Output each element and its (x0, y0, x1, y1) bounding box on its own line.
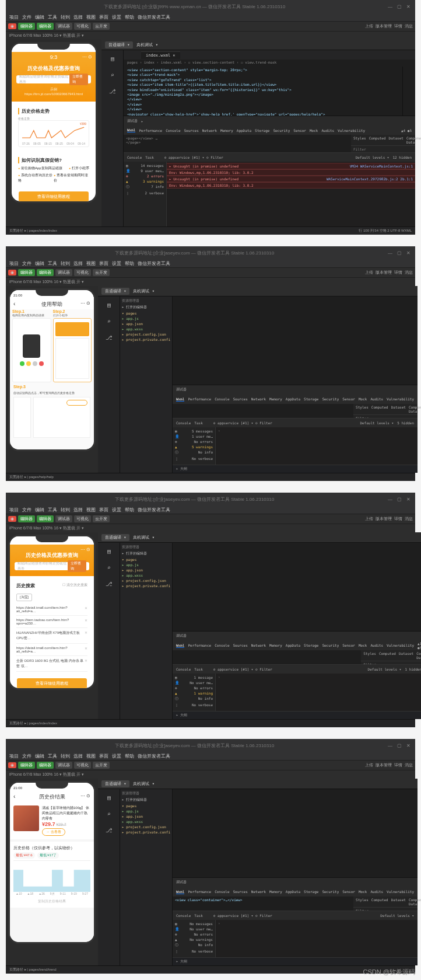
history-item[interactable]: https://detail.tmall.com/item.htm?ali_re… (16, 644, 87, 656)
devtools-tab[interactable]: Console (166, 128, 180, 132)
toolbar-button[interactable]: 调试器 (55, 23, 72, 30)
file-explorer[interactable]: 资源管理器 ▸ 打开的编辑器 ▾ pages ▸ app.js ▸ app.js… (120, 297, 173, 473)
phone-time: 9:3 (50, 54, 58, 60)
toolbar-button[interactable]: 消息 (405, 23, 413, 29)
tag[interactable]: [淘宝] (16, 594, 32, 601)
devtools-tab[interactable]: Memory (220, 128, 233, 132)
device-bar[interactable]: iPhone 6/7/8 Max 100% 16 ▾ 热重载 开 ▾ (6, 32, 415, 40)
search-input[interactable]: 粘贴商品链接查询价格走势或优惠券立即查询 (15, 562, 89, 570)
menu-item[interactable]: 视图 (86, 14, 96, 20)
search-icon[interactable]: ⌕ (101, 67, 124, 83)
menubar: 项目 文件 编辑 工具 转到 选择 视图 界面 设置 帮助 微信开发者工具 (6, 13, 415, 21)
watermark: CSDN @软希源码 (363, 968, 415, 976)
devtools-tab[interactable]: Vulnerability (338, 128, 365, 132)
toolbar-button[interactable]: 可视化 (74, 23, 91, 30)
code-editor[interactable]: <view class="section-content" style="mar… (124, 67, 402, 116)
phone-titlebar: 9:3 ⋯ ⊙ (12, 52, 96, 61)
toolbar-button[interactable]: 云开发 (93, 23, 110, 30)
menu-item[interactable]: 帮助 (125, 14, 134, 20)
devtools-tab[interactable]: Security (273, 128, 290, 132)
menu-item[interactable]: 项目 (9, 14, 19, 20)
maximize-icon[interactable]: ▢ (397, 4, 402, 9)
devtools-menu-icon[interactable]: 调试器 (127, 118, 138, 124)
devtools-tab[interactable]: Wxml (127, 128, 135, 132)
devtools-tab[interactable]: Storage (255, 128, 269, 132)
menu-item[interactable]: 转到 (61, 14, 70, 20)
capsule-button-icon[interactable]: ⋯ ⊙ (80, 793, 90, 798)
devtools-tab[interactable]: AppData (237, 128, 251, 132)
editor: 普通编译 ▾ 真机调试 ▾ ▤ ⌕ ⎇ index.wxml × pages ›… (101, 40, 415, 226)
view-product-button[interactable]: → 去看看 (42, 828, 65, 836)
menu-item[interactable]: 文件 (22, 14, 31, 20)
search-input[interactable]: 粘贴商品链接查询价格走势或优惠券 立即查询 (16, 75, 91, 83)
delete-icon[interactable]: ✕ (85, 606, 87, 613)
breadcrumb[interactable]: pages › index › index.wxml › ☐ view.sect… (124, 60, 415, 67)
elements-pane[interactable]: <view class="container">…</view> (173, 897, 353, 911)
page-path: 页面路径 ▸ | pages/index/index (9, 228, 57, 233)
console-sidebar[interactable]: ▤14 messages 👤9 user mes… ⊗2 errors ▲3 w… (124, 162, 167, 226)
price-area-chart: ▲10▲18▲269月9-119-199-27 (13, 860, 90, 895)
window-controls[interactable]: — ▢ ✕ (383, 4, 415, 9)
devtools-tab[interactable]: Performance (139, 128, 162, 132)
compile-select[interactable]: 普通编译 ▾ (105, 41, 133, 48)
history-item[interactable]: https://item.taobao.com/item.htm?spm=a23… (16, 616, 87, 628)
capsule-button-icon[interactable]: ⋯ ⊙ (82, 54, 92, 60)
search-button[interactable]: 立即查询 (68, 560, 86, 572)
editor-tab[interactable]: index.wxml × (141, 51, 180, 59)
toolbar-button[interactable]: 编辑器 (18, 23, 35, 30)
minimap[interactable] (402, 67, 415, 116)
file-explorer[interactable]: 资源管理器▸ 打开的编辑器 ▾ pages ▸ app.js ▸ app.jso… (120, 789, 173, 965)
devtools-tab[interactable]: Sources (184, 128, 199, 132)
back-icon[interactable]: ‹ (13, 301, 15, 307)
console-tab[interactable]: Console (127, 155, 142, 159)
devtools: 调试器▸ Wxml Performance Console Sources Ne… (124, 116, 415, 226)
menu-item[interactable]: 选择 (73, 14, 83, 20)
toolbar-button[interactable]: 上传 (365, 23, 373, 29)
search-button[interactable]: 立即查询 (69, 74, 88, 85)
toolbar-button[interactable]: 详情 (394, 23, 402, 29)
files-icon[interactable]: ▤ (101, 50, 124, 67)
toolbar-button[interactable]: 编辑器 (37, 23, 54, 30)
menu-item[interactable]: 设置 (112, 14, 121, 20)
elements-pane[interactable]: <page></view> …</page> (124, 135, 351, 152)
badge-current: 最低:¥17了 (37, 852, 59, 859)
console-output[interactable]: ▸ Uncaught (in promise) undefined VM34 W… (167, 162, 415, 226)
screenshot-2: 下载更多源码地址:[企业]aseyev.com — 微信开发者工具 Stable… (6, 246, 415, 481)
history-item[interactable]: 全新 DDR3 1600 8G 台式机 电脑 内存条 单套 双…✕ (16, 656, 87, 672)
titlebar: 下载更多源码地址:[企业版]99% www.xpman.cn — 微信开发者工具… (6, 0, 415, 13)
back-icon[interactable]: ‹ (13, 793, 15, 800)
history-item[interactable]: https://detail.tmall.com/item.htm?ali_re… (16, 604, 87, 616)
tutorial-button[interactable]: 查看详细使用教程 (17, 678, 87, 688)
placeholder: 粘贴商品链接查询价格走势或优惠券 (19, 74, 69, 85)
capsule-button-icon[interactable]: ⋯ ⊙ (80, 547, 90, 552)
search-icon[interactable]: ⌕ (98, 313, 120, 329)
file-explorer[interactable]: 资源管理器▸ 打开的编辑器 ▾ pages ▸ app.js ▸ app.jso… (120, 543, 173, 719)
toolbar-button[interactable]: 版本管理 (376, 23, 392, 29)
menu-item[interactable]: 编辑 (35, 14, 44, 20)
clear-history[interactable]: ☐ 清空历史搜索 (62, 583, 87, 591)
hero: 历史价格及优惠券查询 粘贴商品链接查询价格走势或优惠券 立即查询 示例https… (12, 61, 96, 102)
toolbar: ◉ 编辑器 编辑器 调试器 可视化 云开发 上传 版本管理 详情 消息 (6, 21, 415, 32)
close-icon[interactable]: ✕ (406, 4, 411, 9)
menu-item[interactable]: 工具 (48, 14, 57, 20)
git-icon[interactable]: ⎇ (101, 83, 124, 99)
devtools-tab[interactable]: Network (202, 128, 217, 132)
avatar-icon[interactable]: ◉ (8, 270, 16, 275)
menu-item[interactable]: 微信开发者工具 (138, 14, 170, 20)
git-icon[interactable]: ⎇ (98, 329, 120, 346)
menu-item[interactable]: 界面 (99, 14, 108, 20)
minimize-icon[interactable]: — (388, 4, 392, 9)
devtools-tab[interactable]: Sensor (293, 128, 306, 132)
section-title: 历史价格走势 (18, 108, 89, 114)
styles-pane[interactable]: StylesComputedDatasetComponent Data Filt… (351, 135, 415, 152)
statusbar: 页面路径 ▸ | pages/index/index 行 100 列 54 空格… (6, 226, 415, 235)
tutorial-button[interactable]: 查看详细使用教程 (19, 191, 89, 201)
files-icon[interactable]: ▤ (98, 297, 120, 313)
devtools-tab[interactable]: Mock (310, 128, 318, 132)
badge-low: 最低:¥47.6 (13, 852, 35, 859)
preview-button[interactable]: 真机调试 ▾ (136, 42, 157, 48)
capsule-button-icon[interactable]: ⋯ ⊙ (80, 301, 90, 306)
history-item[interactable]: HUANANZHI/华南金牌 X79电脑游戏主板CPU套…✕ (16, 628, 87, 644)
devtools-tab[interactable]: Audits (321, 128, 334, 132)
avatar-icon[interactable]: ◉ (8, 23, 16, 29)
